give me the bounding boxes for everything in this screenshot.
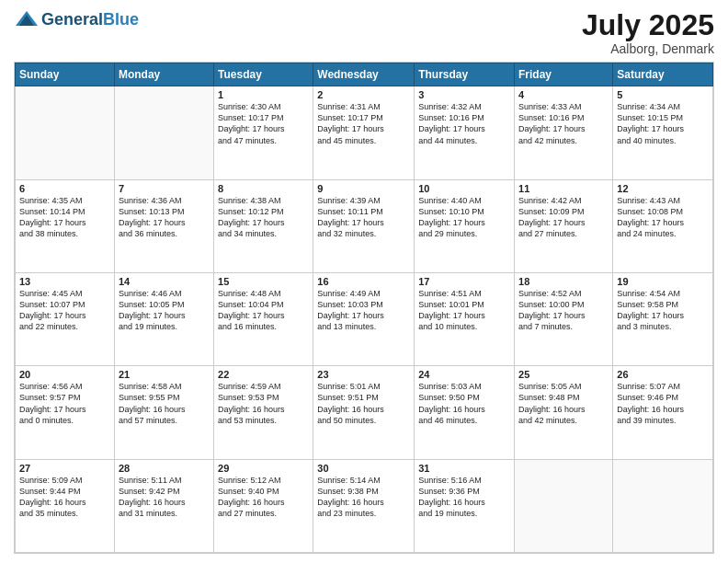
table-row: 16Sunrise: 4:49 AM Sunset: 10:03 PM Dayl…: [313, 272, 415, 365]
table-row: 6Sunrise: 4:35 AM Sunset: 10:14 PM Dayli…: [16, 179, 115, 272]
day-number: 23: [317, 369, 410, 380]
table-row: 15Sunrise: 4:48 AM Sunset: 10:04 PM Dayl…: [214, 272, 313, 365]
table-row: 8Sunrise: 4:38 AM Sunset: 10:12 PM Dayli…: [214, 179, 313, 272]
table-row: 28Sunrise: 5:11 AM Sunset: 9:42 PM Dayli…: [114, 459, 213, 552]
day-number: 13: [19, 276, 110, 287]
day-info: Sunrise: 5:07 AM Sunset: 9:46 PM Dayligh…: [617, 381, 709, 426]
day-number: 12: [617, 183, 709, 194]
day-number: 2: [317, 89, 410, 100]
day-number: 1: [218, 89, 309, 100]
logo: GeneralBlue: [14, 9, 139, 29]
logo-general: General: [41, 10, 103, 29]
table-row: 5Sunrise: 4:34 AM Sunset: 10:15 PM Dayli…: [613, 86, 713, 179]
table-row: 17Sunrise: 4:51 AM Sunset: 10:01 PM Dayl…: [415, 272, 515, 365]
table-row: 23Sunrise: 5:01 AM Sunset: 9:51 PM Dayli…: [313, 366, 415, 459]
table-row: [16, 86, 115, 179]
day-number: 28: [119, 463, 210, 474]
day-number: 14: [119, 276, 210, 287]
day-number: 15: [218, 276, 309, 287]
day-info: Sunrise: 4:58 AM Sunset: 9:55 PM Dayligh…: [119, 381, 210, 426]
day-info: Sunrise: 4:30 AM Sunset: 10:17 PM Daylig…: [218, 101, 309, 146]
day-info: Sunrise: 4:42 AM Sunset: 10:09 PM Daylig…: [518, 195, 609, 240]
day-info: Sunrise: 5:11 AM Sunset: 9:42 PM Dayligh…: [119, 475, 210, 520]
day-info: Sunrise: 5:03 AM Sunset: 9:50 PM Dayligh…: [418, 381, 510, 426]
day-info: Sunrise: 4:48 AM Sunset: 10:04 PM Daylig…: [218, 288, 309, 333]
day-info: Sunrise: 4:52 AM Sunset: 10:00 PM Daylig…: [518, 288, 609, 333]
header-sunday: Sunday: [16, 63, 115, 86]
table-row: 12Sunrise: 4:43 AM Sunset: 10:08 PM Dayl…: [613, 179, 713, 272]
day-number: 25: [518, 369, 609, 380]
day-number: 22: [218, 369, 309, 380]
table-row: 10Sunrise: 4:40 AM Sunset: 10:10 PM Dayl…: [415, 179, 515, 272]
day-number: 27: [19, 463, 110, 474]
table-row: 31Sunrise: 5:16 AM Sunset: 9:36 PM Dayli…: [415, 459, 515, 552]
page: GeneralBlue July 2025 Aalborg, Denmark S…: [0, 0, 728, 563]
day-info: Sunrise: 4:49 AM Sunset: 10:03 PM Daylig…: [317, 288, 410, 333]
day-number: 7: [119, 183, 210, 194]
title-section: July 2025 Aalborg, Denmark: [582, 9, 714, 56]
table-row: [515, 459, 613, 552]
calendar-week-3: 20Sunrise: 4:56 AM Sunset: 9:57 PM Dayli…: [16, 366, 713, 459]
day-info: Sunrise: 4:31 AM Sunset: 10:17 PM Daylig…: [317, 101, 410, 146]
table-row: 14Sunrise: 4:46 AM Sunset: 10:05 PM Dayl…: [114, 272, 213, 365]
day-info: Sunrise: 4:33 AM Sunset: 10:16 PM Daylig…: [518, 101, 609, 146]
table-row: 25Sunrise: 5:05 AM Sunset: 9:48 PM Dayli…: [515, 366, 613, 459]
logo-blue: Blue: [103, 10, 139, 29]
day-number: 10: [418, 183, 510, 194]
day-number: 31: [418, 463, 510, 474]
day-info: Sunrise: 5:01 AM Sunset: 9:51 PM Dayligh…: [317, 381, 410, 426]
calendar-header-row: Sunday Monday Tuesday Wednesday Thursday…: [16, 63, 713, 86]
calendar-week-4: 27Sunrise: 5:09 AM Sunset: 9:44 PM Dayli…: [16, 459, 713, 552]
table-row: 11Sunrise: 4:42 AM Sunset: 10:09 PM Dayl…: [515, 179, 613, 272]
calendar-week-2: 13Sunrise: 4:45 AM Sunset: 10:07 PM Dayl…: [16, 272, 713, 365]
table-row: [613, 459, 713, 552]
day-info: Sunrise: 4:43 AM Sunset: 10:08 PM Daylig…: [617, 195, 709, 240]
table-row: 7Sunrise: 4:36 AM Sunset: 10:13 PM Dayli…: [114, 179, 213, 272]
logo-icon: [14, 9, 40, 29]
day-info: Sunrise: 5:09 AM Sunset: 9:44 PM Dayligh…: [19, 475, 110, 520]
day-info: Sunrise: 4:32 AM Sunset: 10:16 PM Daylig…: [418, 101, 510, 146]
table-row: 20Sunrise: 4:56 AM Sunset: 9:57 PM Dayli…: [16, 366, 115, 459]
table-row: 19Sunrise: 4:54 AM Sunset: 9:58 PM Dayli…: [613, 272, 713, 365]
day-number: 29: [218, 463, 309, 474]
calendar-week-0: 1Sunrise: 4:30 AM Sunset: 10:17 PM Dayli…: [16, 86, 713, 179]
calendar: Sunday Monday Tuesday Wednesday Thursday…: [14, 62, 714, 554]
table-row: 27Sunrise: 5:09 AM Sunset: 9:44 PM Dayli…: [16, 459, 115, 552]
table-row: 1Sunrise: 4:30 AM Sunset: 10:17 PM Dayli…: [214, 86, 313, 179]
table-row: 13Sunrise: 4:45 AM Sunset: 10:07 PM Dayl…: [16, 272, 115, 365]
day-number: 6: [19, 183, 110, 194]
day-number: 11: [518, 183, 609, 194]
day-number: 8: [218, 183, 309, 194]
day-info: Sunrise: 4:45 AM Sunset: 10:07 PM Daylig…: [19, 288, 110, 333]
day-info: Sunrise: 4:39 AM Sunset: 10:11 PM Daylig…: [317, 195, 410, 240]
table-row: 30Sunrise: 5:14 AM Sunset: 9:38 PM Dayli…: [313, 459, 415, 552]
day-info: Sunrise: 5:14 AM Sunset: 9:38 PM Dayligh…: [317, 475, 410, 520]
header-friday: Friday: [515, 63, 613, 86]
day-info: Sunrise: 4:46 AM Sunset: 10:05 PM Daylig…: [119, 288, 210, 333]
day-info: Sunrise: 5:12 AM Sunset: 9:40 PM Dayligh…: [218, 475, 309, 520]
table-row: 29Sunrise: 5:12 AM Sunset: 9:40 PM Dayli…: [214, 459, 313, 552]
day-number: 24: [418, 369, 510, 380]
day-info: Sunrise: 4:35 AM Sunset: 10:14 PM Daylig…: [19, 195, 110, 240]
day-info: Sunrise: 4:51 AM Sunset: 10:01 PM Daylig…: [418, 288, 510, 333]
day-info: Sunrise: 5:16 AM Sunset: 9:36 PM Dayligh…: [418, 475, 510, 520]
table-row: 4Sunrise: 4:33 AM Sunset: 10:16 PM Dayli…: [515, 86, 613, 179]
day-number: 5: [617, 89, 709, 100]
day-info: Sunrise: 4:34 AM Sunset: 10:15 PM Daylig…: [617, 101, 709, 146]
day-info: Sunrise: 4:54 AM Sunset: 9:58 PM Dayligh…: [617, 288, 709, 333]
header-thursday: Thursday: [415, 63, 515, 86]
month-title: July 2025: [582, 9, 714, 41]
table-row: 24Sunrise: 5:03 AM Sunset: 9:50 PM Dayli…: [415, 366, 515, 459]
table-row: 9Sunrise: 4:39 AM Sunset: 10:11 PM Dayli…: [313, 179, 415, 272]
day-number: 3: [418, 89, 510, 100]
day-number: 21: [119, 369, 210, 380]
day-number: 20: [19, 369, 110, 380]
header-wednesday: Wednesday: [313, 63, 415, 86]
day-info: Sunrise: 5:05 AM Sunset: 9:48 PM Dayligh…: [518, 381, 609, 426]
table-row: [114, 86, 213, 179]
calendar-table: Sunday Monday Tuesday Wednesday Thursday…: [15, 63, 713, 553]
day-info: Sunrise: 4:40 AM Sunset: 10:10 PM Daylig…: [418, 195, 510, 240]
day-number: 26: [617, 369, 709, 380]
table-row: 21Sunrise: 4:58 AM Sunset: 9:55 PM Dayli…: [114, 366, 213, 459]
table-row: 22Sunrise: 4:59 AM Sunset: 9:53 PM Dayli…: [214, 366, 313, 459]
